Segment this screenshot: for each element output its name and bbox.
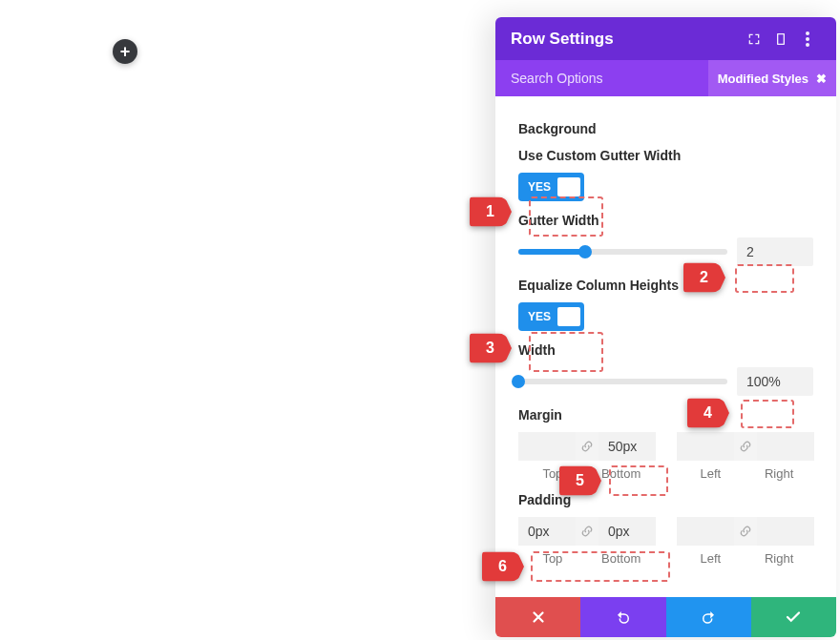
link-icon[interactable] [576,525,598,538]
save-button[interactable] [751,597,836,637]
label-right: Right [745,466,813,481]
link-icon[interactable] [576,440,598,453]
redo-icon [700,609,717,626]
margin-top-bottom-pair [518,432,656,461]
more-menu-icon[interactable] [794,31,821,47]
add-module-button[interactable]: + [113,39,137,64]
toggle-knob [557,177,580,196]
label-right: Right [745,551,813,566]
label-top: Top [518,551,587,566]
slider-width [518,367,813,396]
redo-button[interactable] [666,597,751,637]
slider-thumb[interactable] [512,375,525,388]
filter-chip-modified-styles[interactable]: Modified Styles ✖ [708,60,836,96]
input-margin-left[interactable] [677,432,734,461]
label-custom-gutter: Use Custom Gutter Width [518,148,813,163]
panel-body: Background Use Custom Gutter Width YES G… [495,96,836,597]
undo-icon [615,609,632,626]
panel-header[interactable]: Row Settings [495,17,836,60]
link-icon[interactable] [734,440,757,453]
input-margin-right[interactable] [757,432,814,461]
svg-point-0 [806,31,809,35]
label-margin: Margin [518,407,813,423]
label-left: Left [677,466,746,481]
toggle-knob [557,307,580,326]
input-padding-right[interactable] [757,517,814,546]
slider-gutter-width [518,237,813,266]
input-padding-left[interactable] [677,517,734,546]
input-gutter-width[interactable] [737,237,813,266]
margin-inputs [518,432,813,461]
padding-inputs [518,517,813,546]
label-width: Width [518,342,813,358]
input-margin-bottom[interactable] [598,432,656,461]
toggle-equalize[interactable]: YES [518,302,584,331]
margin-labels: Top Bottom Left Right [518,466,813,481]
margin-left-right-pair [677,432,814,461]
device-preview-icon[interactable] [767,31,794,47]
label-bottom: Bottom [587,466,656,481]
search-row: Modified Styles ✖ [495,60,836,96]
plus-icon: + [120,43,131,60]
filter-chip-close-icon[interactable]: ✖ [816,72,827,86]
padding-top-bottom-pair [518,517,656,546]
action-bar [495,597,836,637]
slider-track[interactable] [518,249,727,255]
svg-point-1 [806,37,809,41]
label-gutter-width: Gutter Width [518,213,813,228]
label-padding: Padding [518,492,813,507]
label-background: Background [518,121,813,136]
check-icon [785,609,802,626]
undo-button[interactable] [580,597,665,637]
padding-labels: Top Bottom Left Right [518,551,813,566]
input-padding-top[interactable] [518,517,576,546]
panel-title: Row Settings [511,30,741,49]
slider-thumb[interactable] [578,245,592,258]
toggle-equalize-label: YES [528,310,551,323]
label-left: Left [677,551,746,566]
expand-icon[interactable] [741,31,767,47]
slider-track[interactable] [518,379,727,384]
input-padding-bottom[interactable] [598,517,656,546]
close-icon [530,609,547,626]
slider-fill [518,249,585,255]
input-width[interactable] [737,367,813,396]
link-icon[interactable] [734,525,757,538]
toggle-custom-gutter[interactable]: YES [518,173,584,201]
row-settings-panel: Row Settings Modified Styles ✖ Backgroun… [495,17,836,637]
label-equalize: Equalize Column Heights [518,278,813,293]
cancel-button[interactable] [495,597,580,637]
padding-left-right-pair [677,517,814,546]
filter-chip-label: Modified Styles [718,72,808,86]
svg-point-2 [806,43,809,47]
toggle-custom-gutter-label: YES [528,180,551,194]
search-input[interactable] [511,71,708,86]
label-top: Top [518,466,587,481]
input-margin-top[interactable] [518,432,576,461]
label-bottom: Bottom [587,551,656,566]
